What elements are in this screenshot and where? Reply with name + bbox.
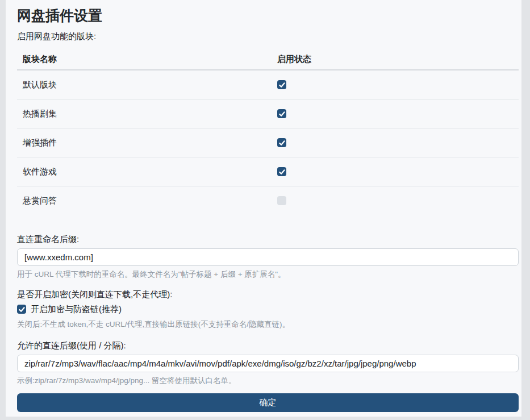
check-icon [279, 169, 285, 175]
boards-table: 版块名称 启用状态 默认版块 热播剧集 [17, 49, 519, 215]
column-header-board-name: 版块名称 [17, 54, 272, 65]
board-enabled-checkbox[interactable] [277, 167, 286, 176]
column-header-enabled-state: 启用状态 [272, 54, 519, 65]
table-row: 增强插件 [17, 128, 519, 157]
board-enabled-checkbox[interactable] [277, 80, 286, 89]
settings-panel: 网盘插件设置 启用网盘功能的版块: 版块名称 启用状态 默认版块 热播剧集 [6, 0, 521, 417]
allowed-suffix-input[interactable] [17, 355, 519, 372]
board-name: 软件游戏 [17, 167, 272, 177]
table-row: 热播剧集 [17, 99, 519, 128]
rename-suffix-label: 直连重命名后缀: [17, 234, 519, 245]
encrypt-checkbox[interactable] [17, 305, 26, 314]
confirm-button[interactable]: 确定 [17, 393, 519, 412]
rename-suffix-help: 用于 cURL 代理下载时的重命名。最终文件名为"帖子标题 + 后缀 + 原扩展… [17, 269, 519, 280]
encrypt-checkbox-label[interactable]: 开启加密与防盗链(推荐) [31, 303, 122, 315]
table-row: 软件游戏 [17, 157, 519, 186]
rename-suffix-input[interactable] [17, 248, 519, 266]
page-title: 网盘插件设置 [17, 7, 519, 24]
encrypt-checkbox-row[interactable]: 开启加密与防盗链(推荐) [17, 303, 519, 315]
encrypt-help: 关闭后:不生成 token,不走 cURL/代理,直接输出原链接(不支持重命名/… [17, 319, 519, 330]
boards-subtitle: 启用网盘功能的版块: [17, 31, 519, 42]
allowed-suffix-help: 示例:zip/rar/7z/mp3/wav/mp4/jpg/png... 留空将… [17, 376, 519, 386]
check-icon [279, 82, 285, 88]
board-name: 热播剧集 [17, 109, 272, 119]
check-icon [279, 111, 285, 117]
board-name: 默认版块 [17, 80, 272, 90]
board-name: 悬赏问答 [17, 196, 272, 206]
table-header-row: 版块名称 启用状态 [17, 49, 519, 70]
allowed-suffix-label: 允许的直连后缀(使用 / 分隔): [17, 340, 519, 351]
check-icon [279, 140, 285, 146]
table-row: 悬赏问答 [17, 186, 519, 215]
board-enabled-checkbox[interactable] [277, 196, 286, 205]
board-name: 增强插件 [17, 138, 272, 148]
board-enabled-checkbox[interactable] [277, 138, 286, 147]
table-row: 默认版块 [17, 70, 519, 99]
check-icon [19, 306, 25, 313]
encrypt-label: 是否开启加密(关闭则直连下载,不走代理): [17, 289, 519, 300]
board-enabled-checkbox[interactable] [277, 109, 286, 118]
